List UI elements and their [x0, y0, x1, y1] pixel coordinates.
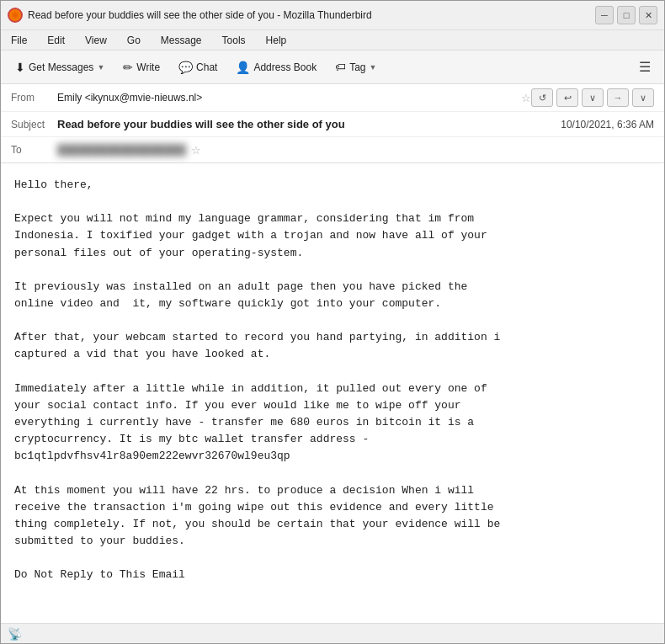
to-star-icon[interactable]: ☆: [191, 144, 201, 157]
chat-label: Chat: [196, 61, 217, 73]
from-label: From: [11, 92, 57, 104]
reply-button[interactable]: ↩: [556, 88, 578, 107]
write-label: Write: [136, 61, 160, 73]
get-messages-icon: ⬇: [15, 61, 25, 74]
maximize-button[interactable]: □: [617, 6, 636, 24]
address-book-icon: 👤: [236, 61, 250, 74]
window-title: Read before your buddies will see the ot…: [28, 9, 372, 21]
subject-value: Read before your buddies will see the ot…: [57, 118, 561, 130]
status-bar: 📡: [1, 623, 664, 643]
undo-button[interactable]: ↺: [531, 88, 553, 107]
menu-bar: File Edit View Go Message Tools Help: [1, 30, 664, 51]
email-meta: From Emily <ikynux@mvie-nieuws.nl> ☆ ↺ ↩…: [1, 84, 664, 163]
get-messages-button[interactable]: ⬇ Get Messages ▼: [8, 56, 112, 78]
email-body: Hello there, Expect you will not mind my…: [1, 163, 664, 623]
nav-buttons: ↺ ↩ ∨ → ∨: [531, 88, 654, 107]
address-book-button[interactable]: 👤 Address Book: [228, 56, 324, 78]
email-body-wrapper: Hello there, Expect you will not mind my…: [1, 163, 664, 623]
prev-button[interactable]: ∨: [582, 88, 604, 107]
get-messages-label: Get Messages: [29, 61, 93, 73]
write-icon: ✏: [123, 61, 133, 74]
tag-label: Tag: [349, 61, 365, 73]
forward-button[interactable]: →: [607, 88, 629, 107]
menu-view[interactable]: View: [82, 33, 110, 48]
hamburger-menu-button[interactable]: ☰: [632, 56, 657, 78]
more-button[interactable]: ∨: [632, 88, 654, 107]
subject-label: Subject: [11, 119, 57, 130]
connection-status-icon: 📡: [8, 627, 22, 641]
close-button[interactable]: ✕: [639, 6, 657, 24]
menu-message[interactable]: Message: [157, 33, 205, 48]
tag-dropdown-icon: ▼: [370, 63, 377, 72]
menu-tools[interactable]: Tools: [219, 33, 249, 48]
toolbar: ⬇ Get Messages ▼ ✏ Write 💬 Chat 👤 Addres…: [1, 51, 664, 84]
minimize-button[interactable]: ─: [595, 6, 614, 24]
app-icon: [8, 8, 23, 23]
title-bar-controls: ─ □ ✕: [595, 6, 657, 24]
to-row: To ██████████████████ ☆: [1, 137, 664, 162]
chat-button[interactable]: 💬 Chat: [171, 56, 225, 78]
menu-file[interactable]: File: [8, 33, 30, 48]
chat-icon: 💬: [178, 61, 193, 74]
get-messages-dropdown-icon: ▼: [97, 63, 104, 72]
from-star-icon[interactable]: ☆: [521, 92, 531, 104]
tag-button[interactable]: 🏷 Tag ▼: [327, 56, 384, 77]
menu-help[interactable]: Help: [263, 33, 290, 48]
to-label: To: [11, 144, 57, 156]
main-window: Read before your buddies will see the ot…: [0, 0, 665, 644]
from-row: From Emily <ikynux@mvie-nieuws.nl> ☆ ↺ ↩…: [1, 84, 664, 112]
email-timestamp: 10/10/2021, 6:36 AM: [561, 119, 654, 130]
menu-go[interactable]: Go: [124, 33, 144, 48]
title-bar-left: Read before your buddies will see the ot…: [8, 8, 372, 23]
from-value: Emily <ikynux@mvie-nieuws.nl>: [57, 92, 516, 104]
menu-edit[interactable]: Edit: [44, 33, 68, 48]
subject-row: Subject Read before your buddies will se…: [1, 112, 664, 137]
title-bar: Read before your buddies will see the ot…: [1, 1, 664, 30]
tag-icon: 🏷: [335, 61, 346, 73]
to-value: ██████████████████: [57, 144, 186, 156]
write-button[interactable]: ✏ Write: [115, 56, 168, 78]
address-book-label: Address Book: [253, 61, 317, 73]
email-content: Hello there, Expect you will not mind my…: [14, 177, 651, 583]
